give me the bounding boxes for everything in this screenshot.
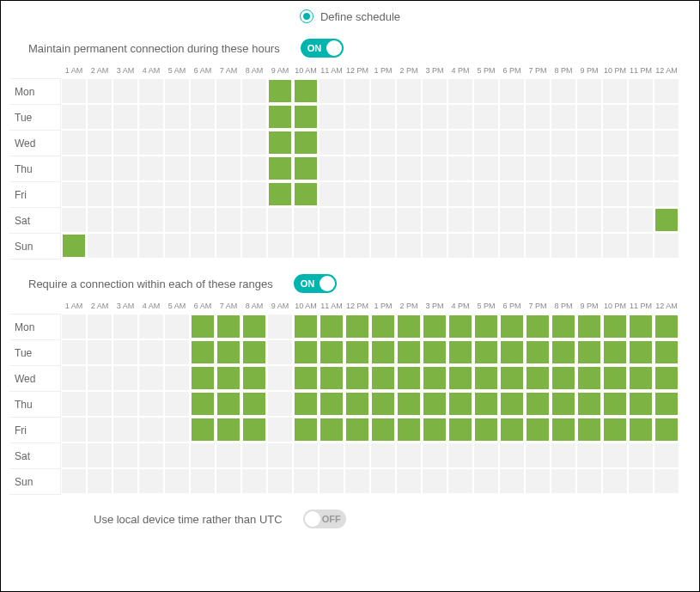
schedule-cell[interactable] — [654, 468, 679, 494]
schedule-cell[interactable] — [190, 468, 216, 494]
schedule-cell[interactable] — [87, 233, 113, 259]
schedule-cell[interactable] — [576, 156, 602, 181]
schedule-cell[interactable] — [267, 391, 293, 417]
schedule-cell[interactable] — [473, 181, 499, 207]
schedule-cell[interactable] — [422, 468, 447, 494]
schedule-cell[interactable] — [628, 417, 654, 442]
schedule-cell[interactable] — [422, 181, 447, 207]
schedule-cell[interactable] — [241, 314, 267, 339]
schedule-cell[interactable] — [344, 207, 370, 233]
schedule-cell[interactable] — [164, 314, 190, 339]
schedule-cell[interactable] — [628, 365, 654, 391]
schedule-cell[interactable] — [138, 314, 164, 339]
schedule-cell[interactable] — [164, 181, 190, 207]
schedule-cell[interactable] — [138, 468, 164, 494]
schedule-cell[interactable] — [190, 391, 216, 417]
schedule-cell[interactable] — [422, 314, 447, 339]
schedule-cell[interactable] — [241, 104, 267, 130]
schedule-cell[interactable] — [396, 468, 422, 494]
schedule-cell[interactable] — [190, 78, 216, 104]
schedule-cell[interactable] — [525, 156, 551, 181]
schedule-cell[interactable] — [87, 78, 113, 104]
schedule-cell[interactable] — [190, 314, 216, 339]
schedule-cell[interactable] — [113, 233, 138, 259]
schedule-cell[interactable] — [499, 130, 525, 156]
schedule-cell[interactable] — [267, 78, 293, 104]
schedule-cell[interactable] — [422, 233, 447, 259]
schedule-cell[interactable] — [190, 233, 216, 259]
schedule-cell[interactable] — [267, 207, 293, 233]
schedule-cell[interactable] — [447, 339, 473, 365]
schedule-cell[interactable] — [241, 181, 267, 207]
schedule-cell[interactable] — [396, 78, 422, 104]
schedule-cell[interactable] — [525, 442, 551, 468]
schedule-cell[interactable] — [241, 442, 267, 468]
schedule-cell[interactable] — [628, 339, 654, 365]
schedule-cell[interactable] — [61, 156, 87, 181]
schedule-cell[interactable] — [576, 339, 602, 365]
schedule-cell[interactable] — [61, 233, 87, 259]
schedule-cell[interactable] — [422, 130, 447, 156]
schedule-cell[interactable] — [87, 365, 113, 391]
schedule-cell[interactable] — [654, 339, 679, 365]
schedule-cell[interactable] — [551, 104, 576, 130]
schedule-cell[interactable] — [396, 391, 422, 417]
schedule-cell[interactable] — [602, 391, 628, 417]
schedule-cell[interactable] — [628, 207, 654, 233]
schedule-cell[interactable] — [473, 233, 499, 259]
schedule-cell[interactable] — [396, 207, 422, 233]
schedule-cell[interactable] — [216, 207, 241, 233]
schedule-cell[interactable] — [241, 233, 267, 259]
schedule-cell[interactable] — [267, 314, 293, 339]
schedule-cell[interactable] — [293, 207, 319, 233]
schedule-cell[interactable] — [602, 130, 628, 156]
schedule-cell[interactable] — [447, 391, 473, 417]
schedule-cell[interactable] — [344, 468, 370, 494]
schedule-cell[interactable] — [61, 207, 87, 233]
schedule-cell[interactable] — [551, 130, 576, 156]
schedule-cell[interactable] — [602, 365, 628, 391]
schedule-cell[interactable] — [293, 156, 319, 181]
schedule-cell[interactable] — [499, 78, 525, 104]
schedule-cell[interactable] — [654, 314, 679, 339]
schedule-cell[interactable] — [61, 78, 87, 104]
schedule-cell[interactable] — [319, 156, 344, 181]
schedule-cell[interactable] — [87, 156, 113, 181]
schedule-cell[interactable] — [447, 468, 473, 494]
schedule-cell[interactable] — [113, 130, 138, 156]
schedule-cell[interactable] — [602, 314, 628, 339]
section1-toggle[interactable]: ON — [301, 39, 344, 58]
schedule-cell[interactable] — [293, 365, 319, 391]
schedule-cell[interactable] — [267, 365, 293, 391]
schedule-cell[interactable] — [396, 181, 422, 207]
schedule-cell[interactable] — [164, 468, 190, 494]
schedule-cell[interactable] — [113, 365, 138, 391]
schedule-cell[interactable] — [473, 442, 499, 468]
schedule-cell[interactable] — [61, 314, 87, 339]
schedule-cell[interactable] — [138, 365, 164, 391]
schedule-cell[interactable] — [370, 417, 396, 442]
schedule-cell[interactable] — [654, 130, 679, 156]
schedule-cell[interactable] — [525, 365, 551, 391]
schedule-cell[interactable] — [293, 442, 319, 468]
schedule-cell[interactable] — [499, 468, 525, 494]
schedule-cell[interactable] — [499, 233, 525, 259]
schedule-cell[interactable] — [216, 417, 241, 442]
schedule-cell[interactable] — [164, 104, 190, 130]
schedule-cell[interactable] — [319, 104, 344, 130]
schedule-cell[interactable] — [551, 207, 576, 233]
schedule-cell[interactable] — [113, 207, 138, 233]
schedule-cell[interactable] — [61, 391, 87, 417]
schedule-cell[interactable] — [87, 391, 113, 417]
schedule-cell[interactable] — [525, 314, 551, 339]
schedule-cell[interactable] — [61, 181, 87, 207]
schedule-cell[interactable] — [602, 468, 628, 494]
schedule-cell[interactable] — [267, 156, 293, 181]
schedule-cell[interactable] — [113, 314, 138, 339]
schedule-cell[interactable] — [190, 181, 216, 207]
schedule-cell[interactable] — [525, 130, 551, 156]
schedule-cell[interactable] — [267, 130, 293, 156]
schedule-cell[interactable] — [190, 104, 216, 130]
schedule-cell[interactable] — [551, 391, 576, 417]
schedule-cell[interactable] — [576, 365, 602, 391]
